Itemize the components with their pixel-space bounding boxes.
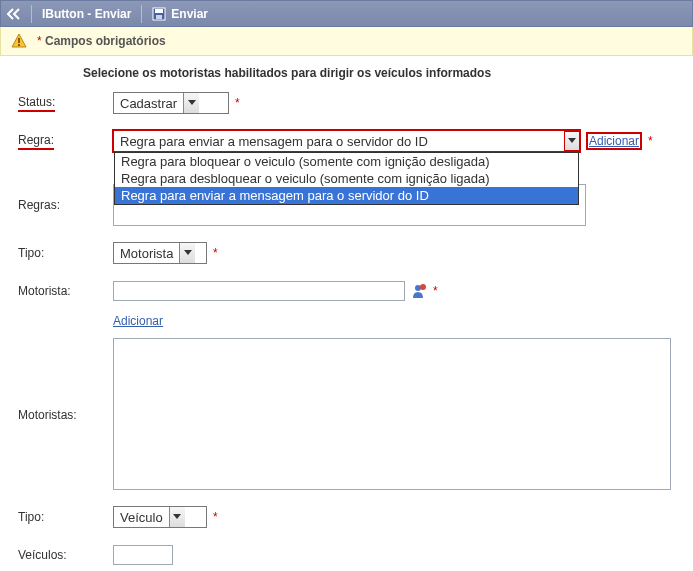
form-content: Selecione os motoristas habilitados para…	[0, 56, 693, 571]
warning-label: Campos obrigatórios	[45, 34, 166, 48]
label-tipo: Tipo:	[18, 246, 113, 260]
dropdown-arrow-icon	[183, 93, 199, 113]
regra-option[interactable]: Regra para bloquear o veiculo (somente c…	[115, 153, 578, 170]
label-status: Status:	[18, 95, 113, 112]
header-bar: IButton - Enviar Enviar	[0, 0, 693, 27]
warning-icon	[11, 33, 27, 49]
svg-point-6	[420, 284, 426, 290]
required-mark: *	[648, 134, 653, 148]
person-icon[interactable]	[411, 283, 427, 299]
separator	[31, 5, 32, 23]
save-icon	[152, 7, 166, 21]
row-status: Status: Cadastrar *	[18, 92, 675, 114]
tipo-motorista-value: Motorista	[114, 246, 179, 261]
svg-rect-2	[156, 15, 162, 19]
label-regras: Regras:	[18, 184, 113, 212]
dropdown-arrow-icon	[179, 243, 195, 263]
required-mark: *	[213, 510, 218, 524]
motorista-adicionar-link[interactable]: Adicionar	[113, 314, 163, 328]
status-select-value: Cadastrar	[114, 96, 183, 111]
regra-dropdown-list: Regra para bloquear o veiculo (somente c…	[114, 152, 579, 205]
regra-select-value: Regra para enviar a mensagem para o serv…	[114, 134, 565, 149]
warning-text: * Campos obrigatórios	[37, 34, 166, 48]
required-mark: *	[235, 96, 240, 110]
send-button[interactable]: Enviar	[152, 7, 208, 21]
regra-option[interactable]: Regra para enviar a mensagem para o serv…	[115, 187, 578, 204]
dropdown-arrow-icon	[169, 507, 185, 527]
label-regra: Regra:	[18, 133, 113, 150]
page-title: IButton - Enviar	[42, 7, 131, 21]
row-regra: Regra: Regra para enviar a mensagem para…	[18, 130, 675, 152]
separator	[141, 5, 142, 23]
regra-select[interactable]: Regra para enviar a mensagem para o serv…	[113, 130, 580, 152]
regra-option[interactable]: Regra para desbloquear o veiculo (soment…	[115, 170, 578, 187]
label-motorista: Motorista:	[18, 284, 113, 298]
required-mark: *	[213, 246, 218, 260]
row-motorista: Motorista: *	[18, 280, 675, 302]
required-mark: *	[433, 284, 438, 298]
row-motorista-add: Adicionar	[18, 310, 675, 332]
required-mark: *	[37, 34, 42, 48]
veiculos-input[interactable]	[113, 545, 173, 565]
label-motoristas: Motoristas:	[18, 338, 113, 422]
motorista-input[interactable]	[113, 281, 405, 301]
send-button-label: Enviar	[171, 7, 208, 21]
tipo-motorista-select[interactable]: Motorista	[113, 242, 207, 264]
svg-rect-4	[18, 44, 20, 46]
regra-adicionar-link[interactable]: Adicionar	[586, 132, 642, 150]
dropdown-arrow-icon	[564, 131, 580, 151]
tipo-veiculo-select[interactable]: Veículo	[113, 506, 207, 528]
warning-bar: * Campos obrigatórios	[0, 27, 693, 56]
instruction-text: Selecione os motoristas habilitados para…	[83, 66, 675, 80]
row-tipo-motorista: Tipo: Motorista *	[18, 242, 675, 264]
row-veiculos: Veículos:	[18, 544, 675, 566]
svg-rect-1	[155, 9, 163, 13]
label-tipo-veiculo: Tipo:	[18, 510, 113, 524]
label-veiculos: Veículos:	[18, 548, 113, 562]
tipo-veiculo-value: Veículo	[114, 510, 169, 525]
row-tipo-veiculo: Tipo: Veículo *	[18, 506, 675, 528]
status-select[interactable]: Cadastrar	[113, 92, 229, 114]
svg-point-5	[415, 285, 421, 291]
row-motoristas: Motoristas:	[18, 338, 675, 490]
collapse-icon[interactable]	[7, 8, 21, 20]
motoristas-textarea[interactable]	[113, 338, 671, 490]
svg-rect-3	[18, 38, 20, 43]
